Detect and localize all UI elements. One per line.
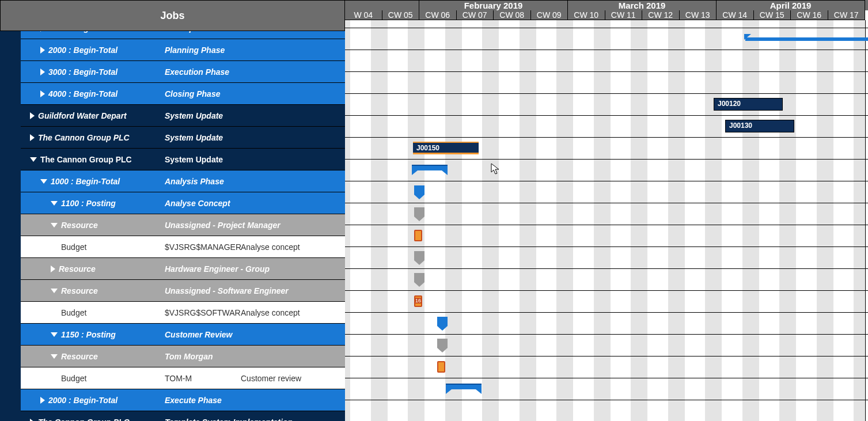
gantt-row[interactable]: J00120 (345, 94, 868, 116)
gantt-row[interactable] (345, 335, 868, 356)
chevron-right-icon[interactable] (40, 31, 45, 32)
gantt-summary-bar[interactable] (745, 37, 868, 41)
tree-row[interactable]: The Cannon Group PLCTemplate System Impl… (21, 411, 345, 421)
gantt-row[interactable]: J00150 (345, 138, 868, 160)
tree-row-label: Execute Phase (165, 396, 345, 405)
tree-row[interactable]: ResourceUnassigned - Project Manager (21, 214, 345, 236)
tree-row-code: 1000 : Begin-Total (51, 177, 120, 186)
tree-row[interactable]: Guildford Water DepartSystem Update (21, 105, 345, 127)
jobs-header: Jobs (0, 0, 345, 31)
tree-row-code: 1000 : Begin-Total (48, 31, 117, 33)
tree-row-label: System Update (165, 111, 345, 120)
tree-row-value: $VJSRG$SOFTWAR (165, 308, 241, 317)
chevron-right-icon[interactable] (40, 69, 45, 75)
gantt-summary-bar[interactable] (412, 165, 448, 170)
tree-row[interactable]: Budget$VJSRG$SOFTWARAnalyse concept (21, 302, 345, 324)
chevron-right-icon[interactable] (30, 134, 35, 141)
tree-row[interactable]: 4000 : Begin-TotalClosing Phase (21, 83, 345, 105)
tree-row-desc: Analyse concept (241, 242, 300, 252)
gantt-milestone[interactable] (414, 251, 424, 260)
chevron-down-icon[interactable] (51, 289, 58, 293)
tree-row-desc: Customer review (241, 374, 301, 383)
chevron-right-icon[interactable] (40, 47, 45, 54)
tree-row[interactable]: 2000 : Begin-TotalPlanning Phase (21, 39, 345, 61)
gantt-milestone[interactable] (414, 207, 424, 217)
tree-row[interactable]: BudgetTOM-MCustomer review (21, 367, 345, 389)
tree-row[interactable]: Budget$VJSRG$MANAGERAnalyse concept (21, 236, 345, 258)
gantt-task[interactable]: 16 (414, 295, 422, 307)
tree-row-label: Unassigned - Project Manager (165, 221, 345, 230)
tree-row[interactable]: 3000 : Begin-TotalExecution Phase (21, 61, 345, 83)
tree-row[interactable]: The Cannon Group PLCSystem Update (21, 127, 345, 149)
gantt-row[interactable] (345, 247, 868, 269)
tree-row[interactable]: ResourceHardware Engineer - Group (21, 258, 345, 280)
chevron-right-icon[interactable] (40, 397, 45, 404)
tree-row[interactable]: 1000 : Begin-TotalConceptual Phase (21, 31, 345, 39)
gantt-row[interactable] (345, 378, 868, 400)
tree-row-label: Execution Phase (165, 67, 345, 77)
gantt-milestone[interactable] (414, 185, 424, 195)
gantt-row[interactable] (345, 356, 868, 378)
gantt-task-hours: 16 (415, 298, 421, 304)
gantt-row[interactable] (345, 269, 868, 291)
tree-row-label: Hardware Engineer - Group (165, 264, 345, 274)
gantt-row[interactable]: J00130 (345, 116, 868, 138)
gantt-row[interactable] (345, 6, 868, 28)
tree-row-code: Guildford Water Depart (38, 111, 127, 120)
gantt-milestone[interactable] (414, 273, 424, 282)
tree-row-label: Template System Implementation (165, 418, 345, 422)
tree-row-code: 1100 : Posting (61, 199, 116, 208)
gantt-row[interactable] (345, 313, 868, 335)
tree-row[interactable]: 1150 : PostingCustomer Review (21, 324, 345, 346)
tree-row[interactable]: 2000 : Begin-TotalExecute Phase (21, 389, 345, 411)
gantt-row[interactable] (345, 400, 868, 421)
tree-row[interactable]: 1000 : Begin-TotalAnalysis Phase (21, 170, 345, 192)
chevron-right-icon[interactable] (40, 90, 45, 97)
gantt-bar[interactable]: J00120 (714, 98, 783, 111)
tree-row-code: Resource (61, 221, 98, 230)
chevron-right-icon[interactable] (51, 266, 55, 272)
tree-row[interactable]: ResourceTom Morgan (21, 346, 345, 367)
chevron-down-icon[interactable] (51, 332, 58, 337)
tree-row-label: $VJSRG$SOFTWARAnalyse concept (165, 308, 345, 317)
gantt-row[interactable] (345, 181, 868, 203)
chevron-down-icon[interactable] (51, 354, 58, 359)
tree-row-code: The Cannon Group PLC (38, 133, 130, 142)
tree-row-label: Analyse Concept (165, 199, 345, 208)
tree-row-code: 2000 : Begin-Total (48, 396, 117, 405)
jobs-header-label: Jobs (160, 10, 184, 22)
tree-row-code: The Cannon Group PLC (38, 418, 130, 422)
chevron-down-icon[interactable] (30, 157, 37, 162)
gantt-row[interactable] (345, 50, 868, 72)
gantt-milestone[interactable] (437, 317, 448, 326)
tree-row[interactable]: The Cannon Group PLCSystem Update (21, 149, 345, 170)
gantt-row[interactable] (345, 203, 868, 225)
gantt-row[interactable] (345, 28, 868, 50)
tree-row-label: TOM-MCustomer review (165, 374, 345, 383)
left-edge-bar (0, 31, 21, 421)
tree-row[interactable]: ResourceUnassigned - Software Engineer (21, 280, 345, 302)
chevron-down-icon[interactable] (40, 179, 47, 184)
gantt-row[interactable]: 16 (345, 291, 868, 313)
gantt-row[interactable] (345, 160, 868, 181)
tree-row-code: Budget (61, 308, 86, 317)
chevron-right-icon[interactable] (30, 419, 35, 422)
tree-row-label: $VJSRG$MANAGERAnalyse concept (165, 242, 345, 252)
tree-row[interactable]: 1100 : PostingAnalyse Concept (21, 192, 345, 214)
chevron-down-icon[interactable] (51, 223, 58, 227)
gantt-bar-selected[interactable]: J00150 (413, 142, 479, 154)
chevron-down-icon[interactable] (51, 201, 58, 206)
gantt-row[interactable] (345, 225, 868, 247)
gantt-grid[interactable]: J00120J00130J0015016 (345, 20, 868, 421)
gantt-summary-bar[interactable] (446, 384, 482, 389)
tree-row-code: 1150 : Posting (61, 330, 116, 339)
gantt-row[interactable] (345, 72, 868, 94)
chevron-right-icon[interactable] (30, 112, 35, 119)
gantt-bar[interactable]: J00130 (725, 120, 794, 132)
gantt-milestone[interactable] (437, 339, 448, 348)
tree-row-label: System Update (165, 155, 345, 164)
gantt-task[interactable] (414, 230, 422, 241)
tree-row-label: Conceptual Phase (165, 31, 345, 33)
tree-row-label: Analysis Phase (165, 177, 345, 186)
gantt-task[interactable] (437, 361, 445, 373)
